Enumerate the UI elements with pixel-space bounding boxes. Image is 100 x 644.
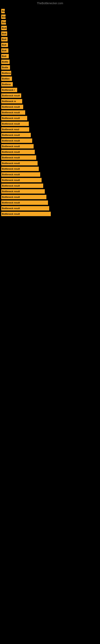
bar-32: Bottleneck result — [1, 189, 45, 194]
bar-row: Bottleneck result — [0, 184, 100, 188]
bar-1: Bott — [1, 14, 6, 19]
bar-row: Bottlens — [0, 71, 100, 75]
bar-25: Bottleneck result — [1, 150, 35, 154]
bar-label-24: Bottleneck result — [1, 145, 21, 148]
bar-label-35: Bottleneck result — [1, 207, 21, 210]
bar-label-14: Bottleneck r — [1, 89, 16, 91]
chart-area: BoBottBottBottBottBottBottBottBottBottle… — [0, 6, 100, 219]
bar-2: Bott — [1, 20, 6, 24]
bar-26: Bottleneck result — [1, 155, 36, 160]
bar-row: Bottleneck result — [0, 105, 100, 109]
bar-row: Bottleneck result — [0, 189, 100, 194]
bar-label-2: Bott — [1, 21, 7, 24]
bar-3: Bott — [1, 26, 7, 30]
bar-label-13: Bottlene — [1, 83, 12, 86]
bar-33: Bottleneck result — [1, 195, 47, 199]
bar-19: Bottleneck result — [1, 116, 27, 120]
bar-18: Bottleneck result — [1, 110, 25, 115]
bar-8: Bott — [1, 54, 9, 58]
bar-row: Bottleneck result — [0, 138, 100, 143]
bar-row: Bottleneck result — [0, 212, 100, 216]
bar-35: Bottleneck result — [1, 206, 49, 210]
bar-5: Bott — [1, 37, 8, 42]
bar-label-0: Bo — [1, 10, 6, 12]
bar-row: Bottleneck result — [0, 172, 100, 177]
bar-row: Bottleneck result — [0, 155, 100, 160]
bar-27: Bottleneck result — [1, 161, 38, 166]
bar-label-28: Bottleneck result — [1, 168, 21, 170]
bar-row: Bottleneck result — [0, 94, 100, 98]
bar-label-6: Bott — [1, 44, 7, 46]
bar-label-10: Bottle — [1, 66, 9, 69]
bar-row: Bottleneck result — [0, 200, 100, 205]
bar-15: Bottleneck result — [1, 94, 21, 98]
bar-row: Bottleneck result — [0, 133, 100, 137]
bar-13: Bottlene — [1, 82, 13, 86]
bar-30: Bottleneck result — [1, 178, 42, 182]
bar-label-23: Bottleneck result — [1, 140, 21, 142]
bar-10: Bottle — [1, 65, 10, 70]
bar-label-30: Bottleneck result — [1, 179, 21, 181]
bar-label-36: Bottleneck result — [1, 213, 21, 215]
bar-row: Bottleneck result — [0, 195, 100, 199]
bar-34: Bottleneck result — [1, 200, 48, 205]
bar-17: Bottleneck result — [1, 105, 23, 109]
bar-row: Bottle — [0, 65, 100, 70]
bar-29: Bottleneck result — [1, 172, 40, 177]
bar-label-31: Bottleneck result — [1, 184, 21, 187]
bar-28: Bottleneck result — [1, 167, 39, 171]
bar-20: Bottleneck result — [1, 122, 29, 126]
bar-label-27: Bottleneck result — [1, 162, 21, 164]
site-title: TheBottlenecker.com — [0, 0, 100, 6]
bar-9: Bottle — [1, 60, 10, 64]
bar-row: Bottleneck re — [0, 99, 100, 104]
bar-14: Bottleneck r — [1, 88, 17, 92]
bar-24: Bottleneck result — [1, 144, 34, 148]
bar-row: Bott — [0, 26, 100, 30]
bar-row: Bott — [0, 43, 100, 47]
bar-row: Bottle — [0, 60, 100, 64]
bar-4: Bott — [1, 32, 7, 36]
bar-label-16: Bottleneck re — [1, 100, 17, 102]
bar-row: Bottlen — [0, 76, 100, 81]
bar-label-29: Bottleneck result — [1, 173, 21, 176]
bar-label-34: Bottleneck result — [1, 202, 21, 204]
bar-label-19: Bottleneck result — [1, 117, 21, 119]
bar-label-7: Bott — [1, 49, 7, 52]
bar-row: Bottleneck result — [0, 178, 100, 182]
bar-label-20: Bottleneck result — [1, 122, 21, 125]
bar-16: Bottleneck re — [1, 99, 22, 104]
bar-row: Bottleneck result — [0, 150, 100, 154]
bar-row: Bottleneck result — [0, 167, 100, 171]
bar-row: Bott — [0, 37, 100, 42]
bar-label-9: Bottle — [1, 60, 9, 63]
bar-row: Bottleneck result — [0, 206, 100, 210]
bar-row: Bottleneck r — [0, 88, 100, 92]
bar-6: Bott — [1, 43, 8, 47]
bar-7: Bott — [1, 48, 8, 53]
bar-23: Bottleneck result — [1, 138, 32, 143]
bar-label-5: Bott — [1, 38, 7, 40]
bar-row: Bottlene — [0, 82, 100, 86]
bar-label-11: Bottlens — [1, 72, 12, 74]
bar-label-21: Bottleneck resul — [1, 128, 20, 130]
bar-label-26: Bottleneck result — [1, 156, 21, 159]
bar-row: Bottleneck result — [0, 110, 100, 115]
bar-label-8: Bott — [1, 55, 7, 57]
bar-0: Bo — [1, 9, 5, 13]
bar-row: Bottleneck result — [0, 161, 100, 166]
bar-21: Bottleneck resul — [1, 127, 29, 132]
bar-row: Bott — [0, 54, 100, 58]
bar-label-18: Bottleneck result — [1, 111, 21, 114]
bar-row: Bottleneck result — [0, 116, 100, 120]
bar-label-17: Bottleneck result — [1, 106, 21, 108]
bar-label-25: Bottleneck result — [1, 151, 21, 153]
bar-22: Bottleneck result — [1, 133, 31, 137]
bar-row: Bottleneck resul — [0, 127, 100, 132]
bar-label-12: Bottlen — [1, 78, 10, 80]
bar-row: Bott — [0, 20, 100, 24]
bar-31: Bottleneck result — [1, 184, 43, 188]
bar-label-3: Bott — [1, 27, 7, 29]
bar-label-15: Bottleneck result — [1, 94, 21, 97]
bar-row: Bott — [0, 48, 100, 53]
